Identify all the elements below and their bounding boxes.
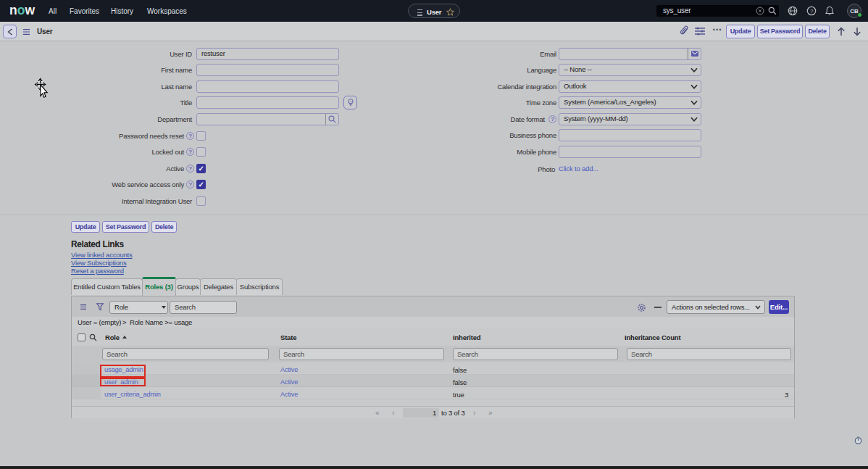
svg-text:?: ? [810,8,814,14]
